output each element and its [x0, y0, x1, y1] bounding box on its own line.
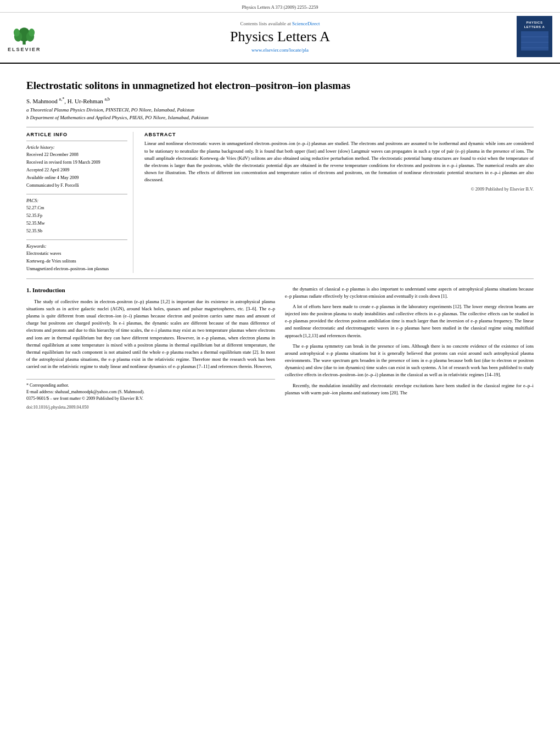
footnote-email: E-mail address: shahzad_mahmoodpk@yahoo.… [26, 389, 275, 395]
sciencedirect-link[interactable]: ScienceDirect [292, 21, 320, 26]
body-para-3: A lot of efforts have been made to creat… [285, 303, 534, 339]
article-authors: S. Mahmood a,*, H. Ur-Rehman a,b [26, 97, 534, 105]
abstract-text: Linear and nonlinear electrostatic waves… [144, 140, 534, 183]
date-accepted: Accepted 22 April 2009 [26, 166, 127, 174]
pacs-4: 52.35.Sb [26, 227, 127, 235]
journal-header-middle: ELSEVIER Contents lists available at Sci… [0, 13, 560, 60]
keywords-label: Keywords: [26, 243, 127, 249]
journal-badge: PHYSICS LETTERS A [517, 16, 552, 57]
body-col-left: 1. Introduction The study of collective … [26, 286, 275, 411]
author-names: S. Mahmood a,*, H. Ur-Rehman a,b [26, 98, 110, 104]
article-content: Electrostatic solitons in unmagnetized h… [0, 64, 560, 417]
page-container: Physics Letters A 373 (2009) 2255–2259 E… [0, 0, 560, 742]
journal-header: Physics Letters A 373 (2009) 2255–2259 E… [0, 0, 560, 64]
abstract-title: ABSTRACT [144, 132, 534, 137]
affiliation-a: a Theoretical Plasma Physics Division, P… [26, 107, 534, 114]
elsevier-logo-area: ELSEVIER [8, 21, 57, 52]
divider-top [26, 127, 534, 127]
svg-point-4 [14, 29, 20, 37]
pacs-1: 52.27.Cm [26, 204, 127, 212]
affiliation-b: b Department of Mathematics and Applied … [26, 114, 534, 122]
article-info-title: ARTICLE INFO [26, 132, 127, 137]
date-received: Received 22 December 2008 [26, 151, 127, 159]
badge-image [521, 31, 548, 51]
body-para-2: the dynamics of classical e–p plasmas is… [285, 286, 534, 300]
article-title: Electrostatic solitons in unmagnetized h… [26, 79, 534, 93]
article-dates: Received 22 December 2008 Received in re… [26, 151, 127, 189]
footnote-doi: doi:10.1016/j.physleta.2009.04.050 [26, 404, 275, 411]
body-col-right: the dynamics of classical e–p plasmas is… [285, 286, 534, 411]
sciencedirect-text: Contents lists available at ScienceDirec… [57, 21, 503, 26]
history-label: Article history: [26, 144, 127, 150]
info-abstract-container: ARTICLE INFO Article history: Received 2… [26, 132, 534, 272]
date-revised: Received in revised form 19 March 2009 [26, 159, 127, 166]
elsevier-tree-icon [10, 24, 38, 46]
info-divider2 [26, 194, 127, 194]
journal-title: Physics Letters A [57, 29, 503, 45]
pacs-list: 52.27.Cm 52.35.Fp 52.35.Mw 52.35.Sb [26, 204, 127, 235]
journal-url[interactable]: www.elsevier.com/locate/pla [57, 47, 503, 53]
affiliations: a Theoretical Plasma Physics Division, P… [26, 107, 534, 121]
pacs-2: 52.35.Fp [26, 212, 127, 220]
body-para-1: The study of collective modes in electro… [26, 298, 275, 371]
info-divider3 [26, 239, 127, 240]
svg-point-5 [29, 29, 35, 37]
keyword-3: Unmagnetized electron–positron–ion plasm… [26, 265, 127, 273]
body-para-5: Recently, the modulation instability and… [285, 382, 534, 397]
date-available: Available online 4 May 2009 [26, 174, 127, 182]
keyword-2: Korteweg–de Vries solitons [26, 258, 127, 265]
footnote-star: * Corresponding author. [26, 382, 275, 389]
elsevier-logo: ELSEVIER [8, 24, 41, 52]
journal-logo-right: PHYSICS LETTERS A [503, 16, 552, 57]
pacs-label: PACS: [26, 198, 127, 203]
info-divider [26, 141, 127, 141]
abstract-section: ABSTRACT Linear and nonlinear electrosta… [144, 132, 534, 272]
pacs-3: 52.35.Mw [26, 220, 127, 227]
journal-header-center: Contents lists available at ScienceDirec… [57, 21, 503, 53]
journal-header-top: Physics Letters A 373 (2009) 2255–2259 [0, 3, 560, 13]
body-columns: 1. Introduction The study of collective … [26, 286, 534, 411]
keywords-list: Electrostatic waves Korteweg–de Vries so… [26, 250, 127, 273]
badge-title: PHYSICS LETTERS A [519, 21, 550, 30]
journal-citation: Physics Letters A 373 (2009) 2255–2259 [242, 4, 318, 10]
keyword-1: Electrostatic waves [26, 250, 127, 258]
section1-title: 1. Introduction [26, 286, 275, 295]
body-para-4: The e–p plasma symmetry can break in the… [285, 343, 534, 379]
communicated-by: Communicated by F. Porcelli [26, 182, 127, 189]
footnote-copyright: 0375-9601/$ – see front matter © 2009 Pu… [26, 395, 275, 402]
footnote-area: * Corresponding author. E-mail address: … [26, 379, 275, 411]
divider-body [26, 278, 534, 279]
article-info: ARTICLE INFO Article history: Received 2… [26, 132, 133, 272]
abstract-copyright: © 2009 Published by Elsevier B.V. [144, 187, 534, 192]
elsevier-label: ELSEVIER [8, 47, 41, 52]
